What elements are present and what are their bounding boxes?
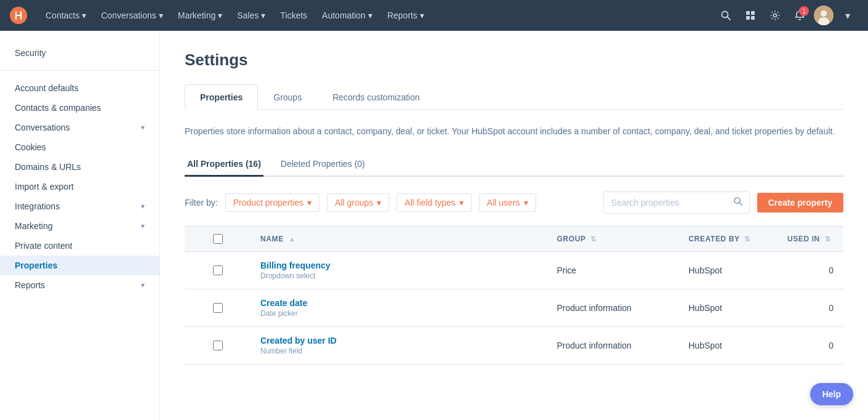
row-created-by-cell: HubSpot — [679, 289, 778, 327]
chevron-down-icon: ▾ — [141, 281, 145, 289]
sidebar-item-integrations[interactable]: Integrations ▾ — [0, 196, 159, 216]
apps-icon-btn[interactable] — [740, 5, 761, 26]
nav-automation[interactable]: Automation ▾ — [316, 7, 379, 24]
sort-icon: ⇅ — [744, 235, 750, 243]
notifications-icon-btn[interactable]: 1 — [789, 5, 810, 26]
sidebar-item-reports[interactable]: Reports ▾ — [0, 275, 159, 295]
property-name-link[interactable]: Create date — [260, 298, 537, 308]
sidebar-item-marketing[interactable]: Marketing ▾ — [0, 216, 159, 236]
sidebar: Security Account defaults Contacts & com… — [0, 31, 160, 420]
row-checkbox-cell — [185, 252, 251, 289]
svg-point-7 — [774, 14, 777, 17]
search-container — [603, 192, 750, 214]
table-row: Billing frequency Dropdown select Price … — [185, 252, 843, 289]
page-title: Settings — [185, 50, 843, 70]
tab-groups[interactable]: Groups — [258, 84, 317, 110]
table-row: Create date Date picker Product informat… — [185, 289, 843, 327]
row-created-by-cell: HubSpot — [679, 327, 778, 365]
filter-by-label: Filter by: — [185, 198, 218, 208]
properties-table: NAME ▲ GROUP ⇅ CREATED BY ⇅ USED IN ⇅ — [185, 226, 843, 365]
top-navigation: Contacts ▾ Conversations ▾ Marketing ▾ S… — [0, 0, 868, 31]
group-column-header[interactable]: GROUP ⇅ — [547, 227, 679, 252]
nav-right-actions: 1 ▾ — [715, 5, 858, 26]
account-dropdown-icon[interactable]: ▾ — [837, 5, 858, 26]
chevron-down-icon: ▾ — [377, 198, 381, 208]
property-name-link[interactable]: Created by user ID — [260, 336, 537, 345]
nav-reports[interactable]: Reports ▾ — [381, 7, 430, 24]
all-users-filter[interactable]: All users ▾ — [479, 193, 536, 212]
created-by-column-header[interactable]: CREATED BY ⇅ — [679, 227, 778, 252]
filter-bar: Filter by: Product properties ▾ All grou… — [185, 192, 843, 214]
row-name-cell: Create date Date picker — [251, 289, 547, 327]
svg-rect-5 — [746, 16, 750, 20]
help-button[interactable]: Help — [810, 383, 853, 405]
sidebar-item-cookies[interactable]: Cookies — [0, 137, 159, 157]
main-content: Settings Properties Groups Records custo… — [160, 31, 868, 420]
property-type: Number field — [260, 347, 537, 355]
sidebar-divider-1 — [0, 70, 159, 71]
row-used-in-cell: 0 — [778, 327, 843, 365]
name-column-header[interactable]: NAME ▲ — [251, 227, 547, 252]
settings-icon-btn[interactable] — [765, 5, 786, 26]
all-groups-filter[interactable]: All groups ▾ — [327, 193, 389, 212]
sidebar-item-security[interactable]: Security — [0, 43, 159, 63]
tab-records-customization[interactable]: Records customization — [317, 84, 435, 110]
search-button[interactable] — [727, 192, 749, 213]
select-all-checkbox[interactable] — [213, 234, 223, 244]
nav-contacts[interactable]: Contacts ▾ — [39, 7, 92, 24]
search-icon-btn[interactable] — [715, 5, 736, 26]
sidebar-item-account-defaults[interactable]: Account defaults — [0, 78, 159, 98]
nav-tickets[interactable]: Tickets — [274, 7, 313, 24]
chevron-down-icon: ▾ — [459, 198, 464, 208]
user-avatar[interactable] — [814, 6, 834, 25]
hubspot-logo[interactable] — [10, 7, 27, 24]
nav-sales[interactable]: Sales ▾ — [231, 7, 271, 24]
sub-tab-deleted-properties[interactable]: Deleted Properties (0) — [278, 153, 368, 177]
nav-conversations[interactable]: Conversations ▾ — [95, 7, 169, 24]
row-checkbox-cell — [185, 289, 251, 327]
sidebar-item-properties[interactable]: Properties — [0, 256, 159, 275]
sidebar-item-domains-urls[interactable]: Domains & URLs — [0, 157, 159, 177]
notification-badge: 1 — [799, 6, 809, 16]
row-checkbox-cell — [185, 327, 251, 365]
nav-marketing[interactable]: Marketing ▾ — [172, 7, 228, 24]
sidebar-item-contacts-companies[interactable]: Contacts & companies — [0, 98, 159, 118]
row-checkbox-0[interactable] — [213, 265, 223, 275]
chevron-down-icon: ▾ — [141, 222, 145, 230]
svg-line-2 — [728, 17, 731, 20]
sub-tab-all-properties[interactable]: All Properties (16) — [185, 153, 263, 177]
properties-description: Properties store information about a con… — [185, 124, 843, 138]
property-name-link[interactable]: Billing frequency — [260, 260, 537, 270]
chevron-down-icon: ▾ — [141, 202, 145, 211]
tab-properties[interactable]: Properties — [185, 84, 258, 110]
sort-ascending-icon: ▲ — [289, 235, 296, 243]
sidebar-item-import-export[interactable]: Import & export — [0, 177, 159, 196]
row-checkbox-2[interactable] — [213, 341, 223, 350]
row-group-cell: Price — [547, 252, 679, 289]
row-checkbox-1[interactable] — [213, 303, 223, 313]
used-in-column-header[interactable]: USED IN ⇅ — [778, 227, 843, 252]
search-input[interactable] — [604, 193, 727, 212]
row-used-in-cell: 0 — [778, 252, 843, 289]
row-created-by-cell: HubSpot — [679, 252, 778, 289]
svg-rect-3 — [746, 11, 750, 15]
row-group-cell: Product information — [547, 327, 679, 365]
chevron-down-icon: ▾ — [307, 198, 311, 208]
table-row: Created by user ID Number field Product … — [185, 327, 843, 365]
property-type: Date picker — [260, 309, 537, 318]
chevron-down-icon: ▾ — [141, 123, 145, 132]
sidebar-item-private-content[interactable]: Private content — [0, 236, 159, 256]
chevron-down-icon: ▾ — [524, 198, 528, 208]
property-type: Dropdown select — [260, 272, 537, 280]
svg-rect-4 — [751, 11, 755, 15]
create-property-button[interactable]: Create property — [757, 193, 843, 212]
sort-icon: ⇅ — [590, 235, 597, 243]
row-group-cell: Product information — [547, 289, 679, 327]
row-name-cell: Created by user ID Number field — [251, 327, 547, 365]
row-name-cell: Billing frequency Dropdown select — [251, 252, 547, 289]
nav-items: Contacts ▾ Conversations ▾ Marketing ▾ S… — [39, 7, 715, 24]
sort-icon: ⇅ — [825, 235, 831, 243]
all-field-types-filter[interactable]: All field types ▾ — [396, 193, 471, 212]
sidebar-item-conversations[interactable]: Conversations ▾ — [0, 118, 159, 137]
product-properties-filter[interactable]: Product properties ▾ — [225, 193, 319, 212]
